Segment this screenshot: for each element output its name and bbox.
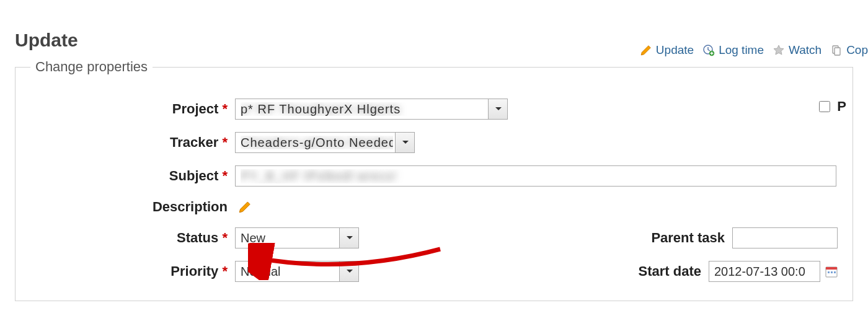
calendar-icon[interactable] — [825, 265, 838, 278]
field-parent-task: Parent task — [446, 227, 838, 248]
copy-link[interactable]: Cop — [830, 43, 868, 57]
required-mark: * — [222, 134, 228, 150]
subject-input[interactable] — [235, 165, 836, 187]
tracker-select[interactable]: Cheaders-g/Onto Needed — [235, 132, 415, 153]
box-legend: Change properties — [30, 59, 153, 75]
status-select[interactable]: New — [235, 227, 359, 248]
subject-label: Subject * — [30, 168, 235, 184]
watch-link[interactable]: Watch — [773, 43, 822, 57]
priority-label: Priority * — [30, 263, 235, 279]
private-label: P — [837, 99, 846, 115]
description-label: Description — [30, 199, 235, 215]
project-label: Project * — [30, 101, 235, 117]
start-date-input[interactable] — [709, 261, 820, 282]
log-time-link-label: Log time — [719, 43, 764, 57]
required-mark: * — [222, 101, 228, 116]
clock-plus-icon — [702, 44, 715, 56]
field-tracker: Tracker * Cheaders-g/Onto Needed — [30, 132, 838, 153]
start-date-label: Start date — [547, 263, 709, 279]
copy-link-label: Cop — [846, 43, 868, 57]
field-start-date: Start date — [446, 261, 838, 282]
required-mark: * — [222, 168, 228, 183]
parent-task-input[interactable] — [732, 227, 838, 248]
private-checkbox[interactable] — [819, 101, 830, 112]
private-checkbox-field: P — [817, 99, 846, 115]
svg-rect-8 — [834, 271, 836, 273]
star-icon — [773, 44, 785, 56]
svg-rect-3 — [835, 48, 840, 55]
update-link[interactable]: Update — [640, 43, 694, 57]
svg-rect-6 — [828, 271, 830, 273]
field-description: Description — [30, 199, 838, 215]
required-mark: * — [222, 230, 228, 245]
watch-link-label: Watch — [789, 43, 822, 57]
change-properties-box: Change properties P Project * p* RF Thou… — [15, 67, 853, 301]
edit-description-icon[interactable] — [239, 201, 251, 213]
svg-rect-5 — [826, 267, 837, 270]
context-menu-bar: Update Log time Watch Cop — [640, 43, 868, 57]
field-priority: Priority * Normal — [30, 261, 422, 282]
status-label: Status * — [30, 230, 235, 246]
tracker-label: Tracker * — [30, 134, 235, 151]
log-time-link[interactable]: Log time — [702, 43, 764, 57]
copy-icon — [830, 44, 843, 56]
field-subject: Subject * — [30, 165, 838, 187]
priority-select[interactable]: Normal — [235, 261, 359, 282]
update-link-label: Update — [656, 43, 694, 57]
parent-task-label: Parent task — [571, 230, 732, 246]
field-status: Status * New — [30, 227, 422, 248]
field-project: Project * p* RF ThoughyerX Hlgerts — [30, 99, 838, 120]
project-select[interactable]: p* RF ThoughyerX Hlgerts — [235, 99, 508, 120]
pencil-icon — [640, 44, 652, 56]
svg-rect-7 — [831, 271, 833, 273]
required-mark: * — [222, 263, 228, 279]
